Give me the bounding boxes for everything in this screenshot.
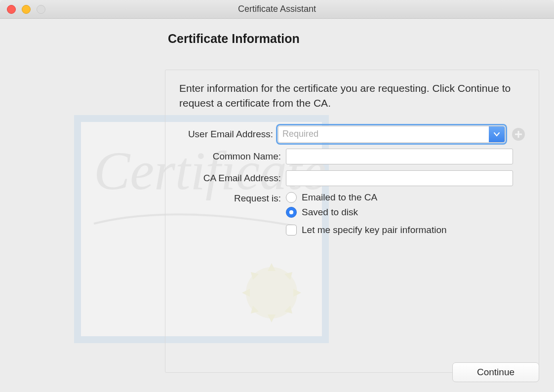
- label-ca-email: CA Email Address:: [179, 173, 281, 184]
- chevron-down-icon: [494, 132, 500, 137]
- user-email-input[interactable]: [278, 126, 489, 142]
- common-name-input[interactable]: [286, 149, 513, 164]
- label-common-name: Common Name:: [179, 151, 281, 162]
- continue-button[interactable]: Continue: [452, 362, 539, 382]
- plus-icon: [515, 131, 522, 138]
- user-email-combo[interactable]: [278, 126, 505, 143]
- instructions-text: Enter information for the certificate yo…: [165, 70, 539, 117]
- add-email-button[interactable]: [512, 128, 525, 141]
- window-title: Certificate Assistant: [0, 4, 554, 14]
- checkbox-indicator: [286, 225, 297, 235]
- content-area: Certificate: [0, 19, 554, 392]
- form: User Email Address:: [165, 117, 539, 235]
- label-user-email: User Email Address:: [179, 129, 273, 140]
- request-is-radio-group: Emailed to the CA Saved to disk Let me s…: [286, 192, 447, 235]
- ca-email-input[interactable]: [286, 170, 513, 186]
- row-user-email: User Email Address:: [179, 126, 525, 143]
- row-request-is: Request is: Emailed to the CA Saved to d…: [179, 192, 525, 235]
- radio-label-emailed: Emailed to the CA: [302, 192, 377, 203]
- radio-emailed-to-ca[interactable]: Emailed to the CA: [286, 192, 447, 203]
- radio-saved-to-disk[interactable]: Saved to disk: [286, 207, 447, 218]
- radio-label-saved: Saved to disk: [302, 207, 358, 218]
- row-ca-email: CA Email Address:: [179, 170, 525, 186]
- row-common-name: Common Name:: [179, 149, 525, 164]
- label-request-is: Request is:: [179, 192, 281, 204]
- page-heading: Certificate Information: [168, 32, 539, 46]
- radio-indicator-saved: [286, 207, 297, 218]
- checkbox-label: Let me specify key pair information: [302, 225, 447, 235]
- main-panel: Enter information for the certificate yo…: [165, 70, 539, 373]
- checkbox-keypair-info[interactable]: Let me specify key pair information: [286, 225, 447, 235]
- radio-indicator-emailed: [286, 192, 297, 203]
- titlebar: Certificate Assistant: [0, 0, 554, 19]
- user-email-dropdown-button[interactable]: [489, 126, 505, 142]
